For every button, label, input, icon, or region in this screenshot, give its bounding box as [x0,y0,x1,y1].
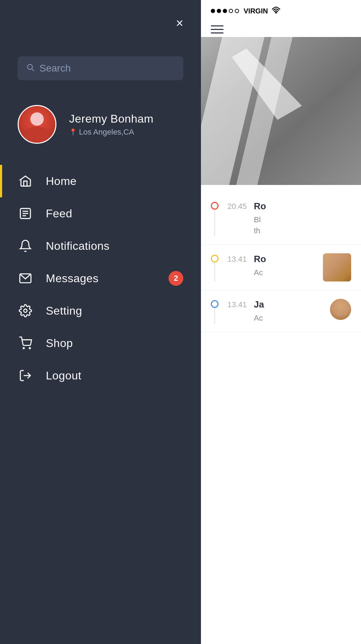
feed-thumbnail-2 [323,253,351,281]
cart-icon [18,335,33,351]
signal-dot-5 [235,9,239,13]
feed-content-1: Ro Blth [254,200,351,236]
drawer-panel: × Jeremy Bonham 📍 Los Angeles,CA [0,0,201,644]
signal-dot-2 [217,9,221,13]
profile-info: Jeremy Bonham 📍 Los Angeles,CA [69,112,153,137]
right-panel: VIRGIN [201,0,361,644]
svg-point-9 [29,348,30,349]
logout-label: Logout [46,369,183,382]
nav-list: Home Feed Notifications Messages 2 [0,165,201,392]
timeline-line-1 [214,210,215,236]
timeline-col-3 [211,299,219,324]
hero-image [201,37,361,185]
messages-badge: 2 [169,271,183,286]
signal-dots [211,9,239,13]
status-bar: VIRGIN [201,0,361,22]
svg-line-1 [32,69,34,71]
feed-container: 20.45 Ro Blth 13.41 Ro Ac [201,185,361,340]
search-icon [26,63,35,74]
feed-subtitle-3: Ac [254,313,323,324]
mail-icon [18,271,33,286]
avatar [18,105,56,144]
signal-dot-1 [211,9,215,13]
feed-subtitle-1: Blth [254,215,351,236]
home-icon [18,173,33,189]
feed-subtitle-2: Ac [254,267,316,278]
timeline-dot-red [211,202,219,210]
signal-dot-3 [223,9,227,13]
home-label: Home [46,175,183,188]
svg-point-11 [275,12,276,13]
timeline-line-3 [214,308,215,324]
feed-label: Feed [46,207,183,220]
feed-item-1: 20.45 Ro Blth [201,192,361,245]
signal-area: VIRGIN [211,6,280,16]
location-pin-icon: 📍 [69,128,77,136]
gear-icon [18,303,33,318]
hamburger-line-1 [211,25,224,26]
close-button[interactable]: × [176,17,183,30]
nav-item-notifications[interactable]: Notifications [0,230,201,262]
feed-avatar-3 [330,299,351,320]
nav-item-shop[interactable]: Shop [0,327,201,359]
svg-point-7 [24,309,27,312]
small-avatar-image [330,299,351,320]
profile-name: Jeremy Bonham [69,112,153,125]
avatar-image [19,106,55,143]
feed-time-1: 20.45 [226,202,247,236]
thumbnail-image [323,253,351,281]
road-background [201,37,361,185]
feed-content-2: Ro Ac [254,253,316,281]
carrier-name: VIRGIN [244,7,268,15]
search-input[interactable] [39,63,175,74]
timeline-col-1 [211,200,219,236]
nav-item-feed[interactable]: Feed [0,197,201,230]
profile-section: Jeremy Bonham 📍 Los Angeles,CA [18,105,183,144]
setting-label: Setting [46,304,183,317]
hamburger-lines [211,25,351,33]
nav-item-home[interactable]: Home [0,165,201,197]
nav-item-messages[interactable]: Messages 2 [0,262,201,295]
search-container [18,56,183,80]
timeline-dot-yellow [211,255,219,262]
messages-label: Messages [46,272,156,285]
notifications-label: Notifications [46,240,183,253]
svg-point-8 [23,348,24,349]
feed-content-3: Ja Ac [254,299,323,324]
feed-title-3: Ja [254,299,323,311]
wifi-icon [272,6,280,16]
hamburger-line-3 [211,32,224,33]
feed-time-3: 13.41 [226,300,247,324]
timeline-dot-blue [211,300,219,308]
timeline-line-2 [214,262,215,281]
feed-item-3: 13.41 Ja Ac [201,290,361,333]
feed-time-2: 13.41 [226,255,247,281]
bell-icon [18,238,33,254]
feed-title-1: Ro [254,200,351,212]
feed-icon [18,206,33,221]
signal-dot-4 [229,9,233,13]
hamburger-button[interactable] [201,22,361,37]
nav-item-setting[interactable]: Setting [0,295,201,327]
nav-item-logout[interactable]: Logout [0,359,201,392]
search-box [18,56,183,80]
logout-icon [18,368,33,383]
shop-label: Shop [46,337,183,350]
profile-location: 📍 Los Angeles,CA [69,128,153,137]
feed-item-2: 13.41 Ro Ac [201,245,361,290]
feed-title-2: Ro [254,253,316,265]
timeline-col-2 [211,253,219,281]
hamburger-line-2 [211,29,224,30]
